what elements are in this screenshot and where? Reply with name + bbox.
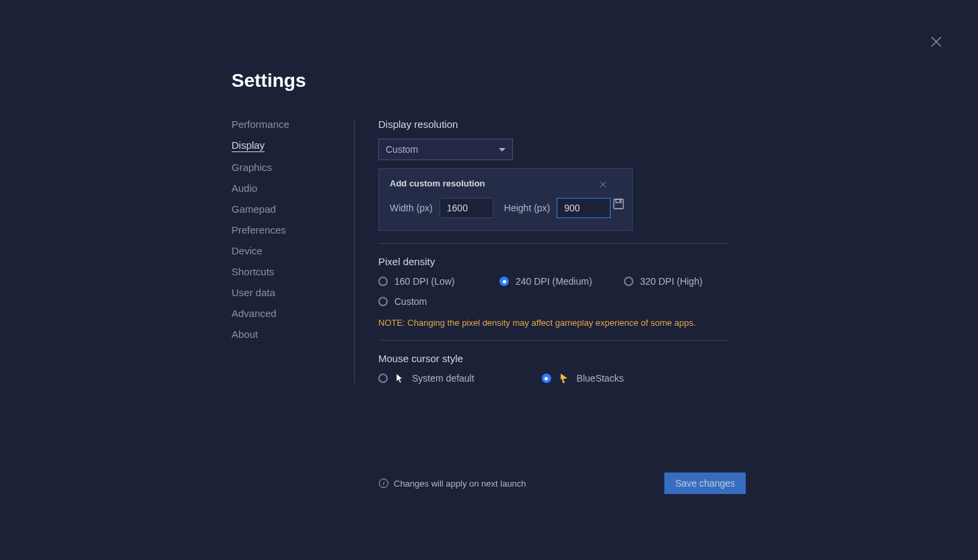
svg-rect-6 <box>619 201 621 202</box>
cursor-style-label: Mouse cursor style <box>378 353 745 364</box>
width-label: Width (px) <box>390 203 433 213</box>
footer-info: i Changes will apply on next launch <box>379 479 526 489</box>
radio-icon <box>378 277 388 286</box>
radio-icon <box>378 374 388 383</box>
sidebar-item-device[interactable]: Device <box>232 245 263 256</box>
dpi-option-label: 240 DPI (Medium) <box>516 276 592 287</box>
cursor-option-system[interactable]: System default <box>378 373 475 384</box>
custom-resolution-panel: Add custom resolution Width (px) Height … <box>378 168 633 231</box>
cursor-bluestacks-icon <box>559 373 569 384</box>
dpi-option-custom[interactable]: Custom <box>378 296 499 307</box>
dpi-option-low[interactable]: 160 DPI (Low) <box>378 276 499 287</box>
pixel-density-label: Pixel density <box>378 256 745 267</box>
dpi-option-medium[interactable]: 240 DPI (Medium) <box>499 276 624 287</box>
sidebar-item-user-data[interactable]: User data <box>232 287 275 298</box>
cursor-option-label: System default <box>412 373 475 384</box>
close-icon[interactable] <box>600 178 606 185</box>
info-icon: i <box>379 479 388 488</box>
sidebar-item-graphics[interactable]: Graphics <box>232 162 272 173</box>
save-changes-button[interactable]: Save changes <box>664 473 746 494</box>
sidebar-item-shortcuts[interactable]: Shortcuts <box>232 266 274 277</box>
radio-icon <box>378 297 388 306</box>
divider <box>378 340 727 341</box>
sidebar-item-preferences[interactable]: Preferences <box>232 224 286 236</box>
height-label: Height (px) <box>504 203 550 213</box>
cursor-option-bluestacks[interactable]: BlueStacks <box>542 373 624 384</box>
svg-rect-4 <box>614 199 623 209</box>
dpi-option-high[interactable]: 320 DPI (High) <box>624 276 725 287</box>
page-title: Settings <box>232 70 978 92</box>
divider <box>378 243 727 244</box>
sidebar-item-audio[interactable]: Audio <box>232 182 257 194</box>
display-resolution-label: Display resolution <box>378 118 745 130</box>
chevron-down-icon <box>499 148 505 151</box>
custom-resolution-title: Add custom resolution <box>390 178 621 188</box>
radio-icon <box>624 277 633 286</box>
height-input[interactable] <box>557 198 610 218</box>
dpi-option-label: 160 DPI (Low) <box>394 276 454 287</box>
cursor-default-icon <box>396 373 404 384</box>
save-icon[interactable] <box>613 199 624 209</box>
pixel-density-note: NOTE: Changing the pixel density may aff… <box>378 318 745 328</box>
dpi-option-label: Custom <box>394 296 427 307</box>
sidebar: Performance Display Graphics Audio Gamep… <box>232 118 355 384</box>
cursor-option-label: BlueStacks <box>577 373 624 384</box>
footer-info-text: Changes will apply on next launch <box>394 479 526 489</box>
radio-icon <box>499 277 509 286</box>
radio-icon <box>542 374 551 383</box>
sidebar-item-advanced[interactable]: Advanced <box>232 308 277 319</box>
resolution-dropdown[interactable]: Custom <box>378 139 513 160</box>
width-input[interactable] <box>440 198 493 218</box>
sidebar-item-performance[interactable]: Performance <box>232 118 289 130</box>
sidebar-item-gamepad[interactable]: Gamepad <box>232 203 276 215</box>
dpi-option-label: 320 DPI (High) <box>640 276 703 287</box>
close-icon[interactable] <box>930 35 943 48</box>
sidebar-item-about[interactable]: About <box>232 328 258 340</box>
resolution-dropdown-value: Custom <box>386 144 418 155</box>
sidebar-item-display[interactable]: Display <box>232 139 265 152</box>
